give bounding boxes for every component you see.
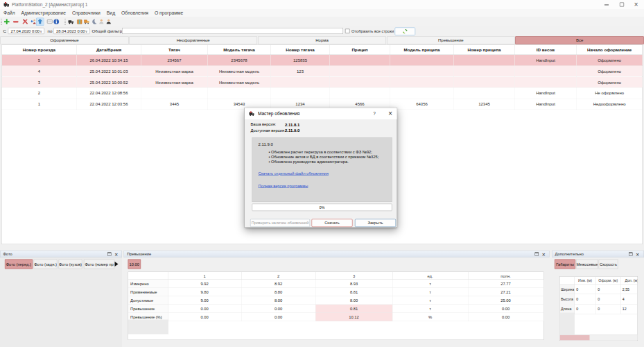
float-panel-icon[interactable]	[629, 253, 633, 256]
horizontal-scrollbar[interactable]	[560, 335, 638, 341]
filter-button-4[interactable]: Превышение	[387, 37, 515, 44]
extra-cell[interactable]: 0	[575, 285, 596, 294]
download-link-2[interactable]: Полная версия программы	[259, 184, 308, 188]
table-cell[interactable]	[390, 66, 454, 77]
table-cell[interactable]	[330, 76, 390, 87]
table-cell[interactable]: 1	[2, 99, 77, 110]
refresh-button[interactable]	[395, 28, 416, 36]
table-cell[interactable]: Оформлено	[577, 66, 643, 77]
toolbar-grip[interactable]	[1, 19, 2, 26]
table-cell[interactable]: 5	[2, 55, 77, 66]
general-filter-input[interactable]	[122, 28, 343, 34]
menu-item-5[interactable]: Обновления	[121, 9, 148, 17]
extra-column-header-1[interactable]: Изм. (м)	[575, 277, 596, 285]
close-dialog-button[interactable]: Закрыть	[355, 219, 396, 228]
scrollbar-thumb[interactable]	[560, 335, 590, 341]
table-cell[interactable]: 22.04.2022 12:08:56	[77, 87, 141, 99]
column-header-3[interactable]: Тягач	[141, 45, 208, 55]
table-cell[interactable]: Недооформлено	[577, 99, 643, 110]
table-cell[interactable]	[390, 55, 454, 66]
excess-cell[interactable]: 8.81	[315, 288, 392, 296]
close-button[interactable]: ×	[631, 0, 641, 9]
column-header-4[interactable]: Модель тягача	[208, 45, 271, 55]
excess-cell[interactable]: 0.00	[168, 313, 241, 321]
check-updates-button[interactable]: Проверить наличие обновлений	[250, 219, 310, 228]
table-cell[interactable]: 234567	[141, 55, 208, 66]
table-cell[interactable]: Оформлено	[577, 76, 643, 87]
show-all-rows-checkbox[interactable]	[345, 29, 350, 34]
menu-item-2[interactable]: Администрирование	[21, 9, 66, 17]
add-button[interactable]	[3, 18, 11, 26]
truck-button[interactable]	[67, 18, 76, 26]
extra-tab-1[interactable]: Габариты	[555, 260, 575, 269]
table-cell[interactable]	[515, 76, 577, 87]
filter-button-2[interactable]: Неоформленные	[129, 37, 257, 44]
table-cell[interactable]	[208, 87, 271, 99]
table-cell[interactable]: 125835	[271, 55, 330, 66]
excess-cell[interactable]: 25.00	[468, 296, 543, 305]
menu-item-4[interactable]: Вид	[107, 9, 115, 17]
table-cell[interactable]	[271, 87, 330, 99]
table-cell[interactable]	[454, 87, 515, 99]
info-button[interactable]	[53, 18, 61, 26]
float-panel-icon[interactable]	[535, 253, 539, 256]
extra-cell[interactable]: 0	[596, 304, 621, 314]
table-cell[interactable]: 22.04.2022 12:03:56	[77, 99, 141, 110]
table-cell[interactable]: 12345	[454, 99, 515, 110]
excess-cell[interactable]: 8.93	[315, 280, 392, 288]
excess-cell[interactable]: т	[392, 280, 468, 288]
table-cell[interactable]: HandInput	[515, 55, 577, 66]
column-header-1[interactable]: Номер проезда	[2, 45, 77, 55]
excess-column-header-3[interactable]: 2	[241, 272, 315, 280]
extra-cell[interactable]: 0	[596, 285, 621, 294]
photo-tab-2[interactable]: Фото (задн.)	[33, 260, 57, 269]
excess-cell[interactable]: 8.80	[241, 288, 315, 296]
close-panel-icon[interactable]: ×	[542, 251, 546, 258]
download-link-1[interactable]: Скачать отдельный файл обновления	[259, 171, 329, 176]
upload-button[interactable]	[36, 18, 44, 26]
photo-tab-1[interactable]: Фото (перед.)	[5, 260, 33, 269]
extra-cell[interactable]: 0	[575, 304, 596, 314]
table-cell[interactable]: 64356	[390, 99, 454, 110]
date-to-combobox[interactable]: 28.04.2023 0:00 ∨	[53, 28, 90, 34]
float-panel-icon[interactable]	[107, 253, 112, 256]
excess-cell[interactable]: 0.81	[315, 305, 392, 313]
excess-cell[interactable]: 0.00	[168, 305, 241, 313]
excess-column-header-6[interactable]: полн.	[468, 272, 543, 280]
column-header-9[interactable]: ID весов	[515, 45, 577, 55]
excess-cell[interactable]: т	[392, 288, 468, 296]
table-cell[interactable]	[515, 66, 577, 77]
table-cell[interactable]	[454, 76, 515, 87]
excess-cell[interactable]: т	[392, 305, 468, 313]
table-cell[interactable]	[271, 76, 330, 87]
column-header-10[interactable]: Начало оформление	[577, 45, 643, 55]
table-cell[interactable]: 25.04.2022 10:01:03	[77, 66, 141, 77]
table-cell[interactable]	[330, 87, 390, 99]
menu-item-6[interactable]: О программе	[155, 9, 183, 17]
excess-column-header-4[interactable]: 3	[315, 272, 392, 280]
filter-button-3[interactable]: Норма	[258, 37, 386, 44]
table-cell[interactable]: 26.04.2022 10:34:15	[77, 55, 141, 66]
extra-cell[interactable]: 2,55	[620, 285, 638, 294]
table-cell[interactable]	[390, 76, 454, 87]
table-cell[interactable]	[390, 87, 454, 99]
excess-tab-10[interactable]: 10.00	[128, 260, 141, 269]
table-cell[interactable]	[454, 55, 515, 66]
extra-cell[interactable]: 0	[575, 294, 596, 304]
excess-cell[interactable]: 27.21	[468, 288, 543, 296]
excess-cell[interactable]: 9.00	[168, 296, 241, 305]
excess-cell[interactable]: 0.00	[241, 313, 315, 321]
close-panel-icon[interactable]: ×	[636, 251, 639, 258]
excess-cell[interactable]: 8.92	[241, 280, 315, 288]
table-cell[interactable]: 25.04.2022 10:00:52	[77, 76, 141, 87]
table-row-4[interactable]: 222.04.2022 12:08:56HandInputНе оформлен…	[2, 87, 643, 99]
filter-button-1[interactable]: Оформленные	[1, 37, 129, 44]
menu-item-1[interactable]: Файл	[3, 9, 15, 17]
column-header-6[interactable]: Прицеп	[330, 45, 390, 55]
excess-column-header-2[interactable]: 1	[168, 272, 241, 280]
tab-scroll-right-icon[interactable]	[115, 262, 119, 266]
delete-button[interactable]	[21, 18, 30, 26]
excess-cell[interactable]: 0.00	[468, 313, 543, 321]
table-row-3[interactable]: 325.04.2022 10:00:52Неизвестная маркаНеи…	[2, 76, 643, 87]
extra-column-header-2[interactable]: Оформ. (м)	[596, 277, 621, 285]
